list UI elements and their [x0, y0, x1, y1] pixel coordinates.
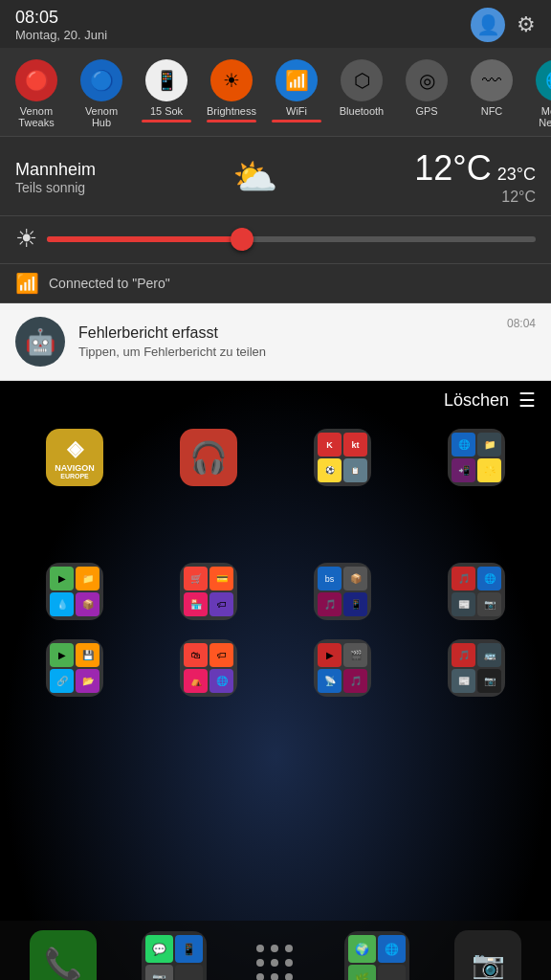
app-folder9[interactable]: 🎵 🚌 📰 📷	[448, 639, 505, 697]
home-screen: Löschen ☰ ◈ NAVIGON EUROPE 🎧 K kt ⚽ 📋	[0, 381, 551, 980]
brightness-thumb[interactable]	[231, 228, 253, 251]
app-headphone-icon[interactable]: 🎧	[180, 429, 237, 486]
notification-card[interactable]: 🤖 Fehlerbericht erfasst Tippen, um Fehle…	[0, 303, 551, 381]
dock-comm-folder[interactable]: 💬 📱 📷	[141, 930, 208, 980]
app-navigon-slot: ◈ NAVIGON EUROPE	[40, 423, 109, 492]
status-bar-icons: 👤 ⚙	[471, 8, 536, 42]
status-bar: 08:05 Montag, 20. Juni 👤 ⚙	[0, 0, 551, 48]
app-drawer-button[interactable]	[252, 940, 299, 980]
qs-icon-gps: ◎	[406, 59, 448, 101]
brightness-fill	[47, 236, 242, 242]
app-folder2[interactable]: ▶ 📁 💧 📦	[46, 563, 103, 620]
dot-4	[256, 959, 264, 967]
app-kicker-folder[interactable]: K kt ⚽ 📋	[314, 429, 371, 486]
loeschen-menu-icon[interactable]: ☰	[518, 389, 536, 412]
notification-avatar: 🤖	[15, 317, 65, 367]
app-folder8[interactable]: ▶ 🎬 📡 🎵	[314, 639, 371, 697]
qs-active-bar-15sockets	[142, 120, 190, 122]
qs-label-brightness: Brightness	[207, 105, 256, 117]
app-folder4[interactable]: bs 📦 🎵 📱	[314, 563, 371, 620]
qs-item-venom-hub[interactable]: 🔵 Venom Hub	[69, 56, 134, 132]
qs-label-venom-hub: Venom Hub	[85, 105, 118, 128]
brightness-row: ☀	[0, 216, 551, 264]
wifi-icon: 📶	[15, 272, 39, 295]
temp-current: 12°C	[414, 148, 491, 189]
qs-item-wifi[interactable]: 📶 WiFi	[264, 56, 329, 132]
qs-item-brightness[interactable]: ☀ Brightness	[199, 56, 264, 132]
app-row-2: ▶ 📁 💧 📦 🛒 💳 🏪 🏷 bs 📦 🎵 📱	[0, 553, 551, 630]
app-folder1-slot: 🌐 📁 📲 🌟	[442, 423, 511, 492]
qs-icon-wifi: 📶	[276, 59, 318, 101]
qs-item-gps[interactable]: ◎ GPS	[394, 56, 459, 132]
dot-6	[285, 959, 293, 967]
wifi-connected-row: 📶 Connected to "Pero"	[0, 264, 551, 303]
qs-icon-venom-hub: 🔵	[80, 59, 122, 101]
app-folder1[interactable]: 🌐 📁 📲 🌟	[448, 429, 505, 486]
notification-content: Fehlerbericht erfasst Tippen, um Fehlerb…	[78, 324, 494, 359]
dot-8	[271, 973, 278, 980]
loeschen-label[interactable]: Löschen	[444, 390, 509, 411]
quick-settings-row: 🔴 Venom Tweaks 🔵 Venom Hub 📱 15 Sok ☀ Br…	[0, 48, 551, 137]
weather-panel: Mannheim Teils sonnig ⛅ 12°C 23°C 12°C	[0, 137, 551, 216]
dot-1	[256, 945, 264, 952]
weather-top: Mannheim Teils sonnig ⛅ 12°C 23°C 12°C	[15, 148, 536, 206]
qs-item-bluetooth[interactable]: ⬡ Bluetooth	[329, 56, 394, 132]
app-folder3[interactable]: 🛒 💳 🏪 🏷	[180, 563, 237, 620]
qs-item-venom-tweaks[interactable]: 🔴 Venom Tweaks	[4, 56, 69, 132]
dot-5	[271, 959, 278, 967]
loeschen-bar: Löschen ☰	[0, 381, 551, 419]
qs-item-mobile-network[interactable]: 🌐 Mobile Netwo..	[524, 56, 551, 132]
app-folder2-slot: ▶ 📁 💧 📦	[40, 557, 109, 626]
qs-icon-bluetooth: ⬡	[341, 59, 383, 101]
weather-icon: ⛅	[232, 156, 277, 198]
app-drawer-dots-grid	[256, 945, 295, 980]
qs-label-mobile-network: Mobile Netwo..	[539, 105, 551, 128]
app-folder7-slot: 🛍 🏷 ⛺ 🌐	[174, 634, 243, 702]
qs-item-15sockets[interactable]: 📱 15 Sok	[134, 56, 199, 132]
qs-label-gps: GPS	[415, 105, 437, 117]
app-folder5-slot: 🎵 🌐 📰 📷	[442, 557, 511, 626]
qs-icon-brightness: ☀	[210, 59, 253, 101]
dock: 📞 💬 📱 📷	[0, 921, 551, 980]
qs-label-wifi: WiFi	[286, 105, 307, 117]
weather-location-block: Mannheim Teils sonnig	[15, 160, 96, 195]
dot-3	[285, 945, 293, 952]
app-folder7[interactable]: 🛍 🏷 ⛺ 🌐	[180, 639, 237, 697]
app-folder8-slot: ▶ 🎬 📡 🎵	[308, 634, 377, 702]
settings-gear-icon[interactable]: ⚙	[517, 12, 536, 37]
dock-browser-folder[interactable]: 🌍 🌐 🌿	[343, 930, 410, 980]
qs-icon-nfc: 〰	[471, 59, 513, 101]
notification-body: Tippen, um Fehlerbericht zu teilen	[78, 345, 494, 359]
wifi-network-label: Connected to "Pero"	[49, 276, 170, 291]
app-navigon-icon[interactable]: ◈ NAVIGON EUROPE	[46, 429, 103, 486]
qs-active-bar-wifi	[272, 120, 320, 122]
dot-2	[271, 945, 278, 952]
app-folder3-slot: 🛒 💳 🏪 🏷	[174, 557, 243, 626]
app-folder6-slot: ▶ 💾 🔗 📂	[40, 634, 109, 702]
brightness-sun-icon: ☀	[15, 224, 37, 254]
qs-label-nfc: NFC	[481, 105, 503, 117]
dock-camera-icon[interactable]: 📷	[454, 930, 521, 980]
dot-9	[285, 973, 293, 980]
app-headphone-slot: 🎧	[174, 423, 243, 492]
user-avatar-icon[interactable]: 👤	[471, 8, 505, 42]
dock-phone-icon[interactable]: 📞	[30, 930, 97, 980]
app-row-3: ▶ 💾 🔗 📂 🛍 🏷 ⛺ 🌐 ▶ 🎬 📡 🎵	[0, 630, 551, 706]
qs-label-bluetooth: Bluetooth	[340, 105, 384, 117]
brightness-slider[interactable]	[47, 236, 536, 242]
qs-icon-15sockets: 📱	[145, 59, 187, 101]
app-folder9-slot: 🎵 🚌 📰 📷	[442, 634, 511, 702]
app-folder4-slot: bs 📦 🎵 📱	[308, 557, 377, 626]
weather-temps: 12°C 23°C 12°C	[414, 148, 536, 206]
weather-description: Teils sonnig	[15, 180, 96, 195]
status-bar-left: 08:05 Montag, 20. Juni	[15, 8, 107, 42]
notification-title: Fehlerbericht erfasst	[78, 324, 494, 342]
status-time: 08:05	[15, 8, 107, 28]
qs-item-nfc[interactable]: 〰 NFC	[459, 56, 524, 132]
weather-city: Mannheim	[15, 160, 96, 180]
app-folder6[interactable]: ▶ 💾 🔗 📂	[46, 639, 103, 697]
dot-7	[256, 973, 264, 980]
qs-icon-venom-tweaks: 🔴	[15, 59, 57, 101]
qs-active-bar-brightness	[207, 120, 255, 122]
app-folder5[interactable]: 🎵 🌐 📰 📷	[448, 563, 505, 620]
